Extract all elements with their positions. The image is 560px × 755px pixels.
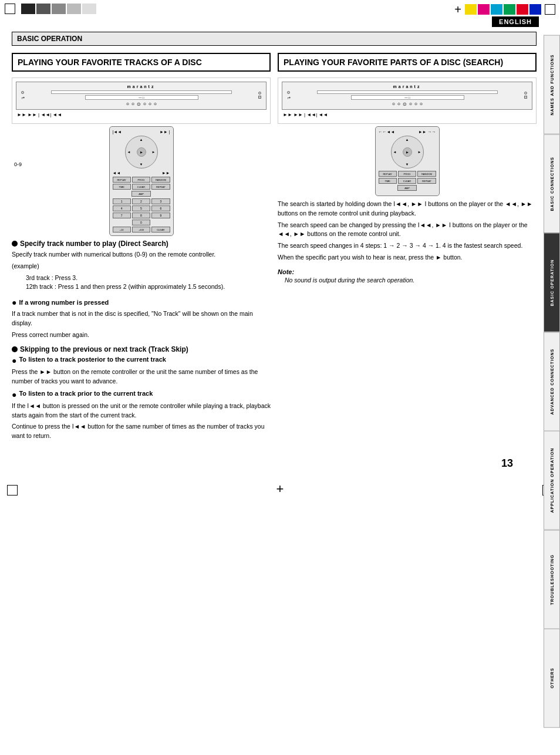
rdpad-left: ◄ [393, 150, 397, 154]
sidebar-tab-troubleshooting[interactable]: TROUBLESHOOTING [544, 530, 560, 629]
remote-r-right-arr: ►► →→ [419, 130, 436, 134]
sub2-body2: Continue to press the I◄◄ button for the… [12, 422, 271, 441]
device-illustration-left: marantz ↵ — □ [12, 77, 271, 236]
rdpad-center-btn[interactable]: ▶ [403, 147, 412, 157]
wrong-number-body2: Press correct number again. [12, 331, 271, 340]
numpad-extra3[interactable]: CLEAR [151, 227, 170, 232]
subsection-wrong-number: ● If a wrong number is pressed If a trac… [12, 298, 271, 339]
remote-btn-random[interactable]: RANDOM [151, 177, 170, 183]
numpad-9[interactable]: 9 [151, 213, 170, 218]
numpad-7[interactable]: 7 [113, 213, 131, 218]
numpad-5[interactable]: 5 [132, 205, 150, 211]
right-column: PLAYING YOUR FAVORITE PARTS OF A DISC (S… [278, 53, 537, 447]
r-remote-btn-clear[interactable]: CLEAR [398, 178, 416, 184]
example-line-1: 3rd track : Press 3. [26, 274, 271, 283]
left-column: PLAYING YOUR FAVORITE TRACKS OF A DISC m… [12, 53, 271, 447]
sidebar-tab-advanced-connections[interactable]: ADVANCED CONNECTIONS [544, 332, 560, 432]
remote-btn-repeat[interactable]: REPEAT [151, 184, 170, 190]
numpad-3[interactable]: 3 [151, 198, 170, 204]
bottom-crosshair: + [276, 483, 284, 496]
r-remote-btn-repeat[interactable]: REPEAT [417, 178, 436, 184]
device-illustration-right: marantz ↵ — □ [278, 77, 537, 196]
bullet-sub2: ● [12, 390, 16, 399]
page-number: 13 [12, 453, 537, 474]
dpad-right: ► [152, 150, 156, 154]
sidebar-tab-names-functions[interactable]: NAMES AND FUNCTIONS [544, 35, 560, 134]
sidebar-tab-basic-connections[interactable]: BASIC CONNECTIONS [544, 134, 560, 234]
top-left-corner-mark [5, 4, 15, 14]
remote-btn-amp[interactable]: AMP [131, 191, 150, 197]
remote-right-arrow-top: ►► | [160, 130, 170, 134]
sub2-title: To listen to a track prior to the curren… [19, 390, 153, 397]
color-block-light [67, 4, 81, 14]
remote-btn-replay[interactable]: REPLAY [113, 177, 131, 183]
color-block-dark [36, 4, 50, 14]
right-body4: When the specific part you wish to hear … [278, 253, 537, 262]
wrong-number-body1: If a track number that is not in the dis… [12, 309, 271, 328]
numpad-4[interactable]: 4 [113, 205, 131, 211]
right-body3: The search speed changes in 4 steps: 1 →… [278, 241, 537, 251]
rdpad-down: ▼ [406, 163, 409, 166]
device-sq-right [524, 96, 527, 99]
numpad-0[interactable]: 0 [132, 220, 150, 225]
device-btn-area-left: ⊙ [126, 102, 129, 107]
dpad-down: ▼ [140, 163, 143, 166]
sub1-body: Press the ►► button on the remote contro… [12, 368, 271, 386]
r-remote-btn-random[interactable]: RANDOM [417, 171, 436, 177]
device-btn-area6-left: ⊙ [154, 102, 157, 107]
remote-r-left-arr: ←←◄◄ [379, 130, 395, 134]
device-btn-area4-left: ⊙ [143, 102, 146, 107]
device-btn-area2-left: ⊙ [131, 102, 134, 107]
remote-btn-time[interactable]: TIME [113, 184, 131, 190]
numpad-2[interactable]: 2 [132, 198, 150, 204]
r-remote-btn-prog[interactable]: PROG [398, 171, 416, 177]
example-line-2: 12th track : Press 1 and then press 2 (w… [26, 282, 271, 292]
transport-right-left-arrows: ►► ►► | ◄◄| ◄◄ [283, 112, 328, 117]
direct-search-body: Specify track number with numerical butt… [12, 250, 271, 259]
device-brand-left: marantz [19, 85, 264, 89]
r-remote-btn-amp[interactable]: AMP [397, 185, 416, 191]
subsection-direct-search: Specify track number to play (Direct Sea… [12, 240, 271, 292]
sidebar-tab-basic-operation[interactable]: BASIC OPERATION [544, 233, 560, 332]
direct-search-title: Specify track number to play (Direct Sea… [20, 240, 168, 248]
cb-cyan [491, 4, 502, 15]
device-led2-right [524, 92, 527, 95]
numpad-extra2[interactable]: +100 [132, 227, 150, 232]
r-remote-btn-replay[interactable]: REPLAY [379, 171, 397, 177]
device-display-left: — □ [85, 95, 198, 100]
right-section-title: PLAYING YOUR FAVORITE PARTS OF A DISC (S… [284, 57, 531, 68]
device-arrow-right2: ↵ [287, 95, 291, 100]
color-blocks-left [21, 4, 96, 14]
language-label: ENGLISH [492, 16, 539, 27]
device-btn-area5-left: ⊙ [149, 102, 151, 107]
device-led-right [287, 91, 290, 94]
numpad-6[interactable]: 6 [151, 205, 170, 211]
color-blocks-right [465, 4, 541, 15]
device-slot-left [51, 90, 232, 94]
sub1-title: To listen to a track posterior to the cu… [19, 356, 166, 363]
device-rbtn1: ⊙ [392, 102, 395, 107]
remote-btn-prog[interactable]: PROG [132, 177, 150, 183]
numpad-8[interactable]: 8 [132, 213, 150, 218]
device-arrow-left: ↵ [21, 95, 25, 100]
remote-btn-clear[interactable]: CLEAR [132, 184, 150, 190]
bullet-direct-search [12, 241, 18, 247]
numpad-1[interactable]: 1 [113, 198, 131, 204]
numpad-extra1[interactable]: +10 [113, 227, 131, 232]
device-rbtn2: ⊙ [397, 102, 400, 107]
right-body1: The search is started by holding down th… [278, 200, 537, 218]
left-section-title-box: PLAYING YOUR FAVORITE TRACKS OF A DISC [12, 53, 271, 72]
dpad-center-btn[interactable]: ▶ [137, 147, 146, 157]
top-right-area: + [454, 4, 555, 15]
device-brand-right: marantz [285, 85, 529, 89]
track-skip-title: Skipping to the previous or next track (… [20, 345, 188, 353]
dpad-up: ▲ [140, 138, 143, 141]
device-sq-left [258, 96, 261, 99]
note-text: No sound is output during the search ope… [285, 277, 537, 284]
section-header: BASIC OPERATION [12, 32, 537, 46]
sidebar-tab-application-operation[interactable]: APPLICATION OPERATION [544, 431, 560, 530]
cb-red [517, 4, 528, 15]
example-lines: 3rd track : Press 3. 12th track : Press … [26, 274, 271, 292]
r-remote-btn-time[interactable]: TIME [379, 178, 397, 184]
sidebar-tab-others[interactable]: OTHERS [544, 629, 560, 728]
